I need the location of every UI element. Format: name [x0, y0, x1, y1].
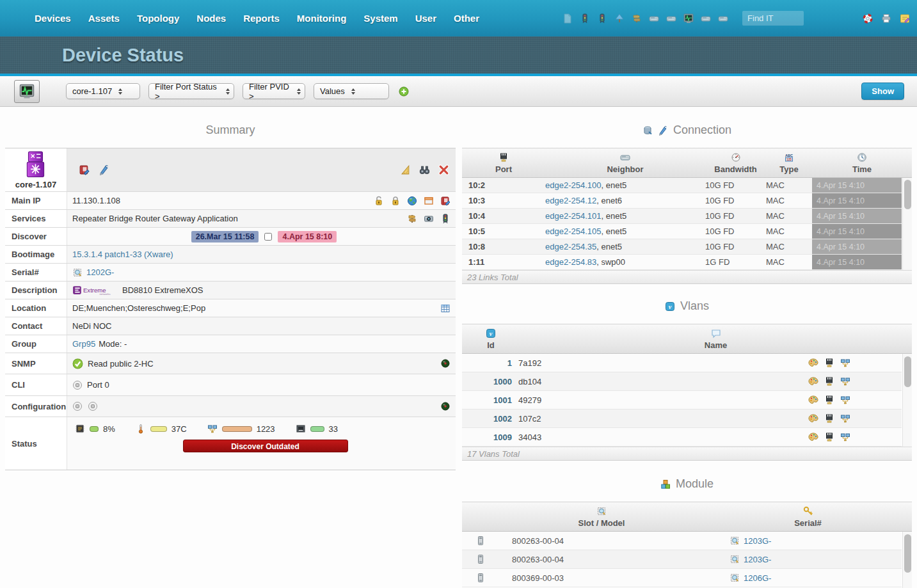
- device-notes-icon[interactable]: [79, 164, 90, 175]
- findit-input[interactable]: [742, 11, 804, 26]
- serial-link[interactable]: 1202G-: [86, 267, 114, 277]
- edit-connections-icon[interactable]: [658, 125, 668, 136]
- database-icon[interactable]: [642, 125, 653, 136]
- group-link[interactable]: Grp95: [72, 339, 95, 349]
- monitor-icon[interactable]: [683, 13, 694, 24]
- signpost-icon[interactable]: [632, 13, 642, 24]
- nav-item-assets[interactable]: Assets: [88, 13, 120, 24]
- nav-item-user[interactable]: User: [415, 13, 436, 24]
- printer-icon[interactable]: [881, 13, 891, 24]
- connection-row: 1:11edge2-254.83, swp001G FDMAC4.Apr 15 …: [462, 255, 902, 270]
- find-icon[interactable]: [419, 164, 430, 175]
- serial-column-header[interactable]: Serial#: [704, 502, 912, 531]
- neighbor-link[interactable]: edge2-254.83: [545, 257, 596, 267]
- nav-item-monitoring[interactable]: Monitoring: [297, 13, 346, 24]
- vlan-id-column-header[interactable]: vId: [462, 324, 520, 353]
- globe-icon[interactable]: [407, 196, 417, 206]
- nav-item-system[interactable]: System: [363, 13, 397, 24]
- discover-checkbox[interactable]: [264, 233, 272, 241]
- palette-icon[interactable]: [808, 395, 818, 405]
- module-serial-link[interactable]: 1203G-: [744, 536, 771, 546]
- nav-item-reports[interactable]: Reports: [243, 13, 280, 24]
- inventory-icon: [596, 506, 607, 516]
- time-column-header[interactable]: Time: [812, 148, 912, 177]
- switch-icon[interactable]: [666, 13, 676, 24]
- snmp-status-led[interactable]: [440, 358, 451, 369]
- ip-tools-icon[interactable]: [440, 196, 451, 206]
- bandwidth-column-header[interactable]: Bandwidth: [705, 148, 766, 177]
- floorplan-icon[interactable]: [440, 303, 451, 314]
- switch-icon[interactable]: [701, 13, 711, 24]
- config-status-led[interactable]: [440, 401, 451, 411]
- vlan-name-column-header[interactable]: Name: [520, 324, 912, 353]
- ethport-icon[interactable]: [824, 376, 834, 386]
- palette-icon[interactable]: [808, 358, 818, 368]
- nodes-icon[interactable]: [840, 376, 850, 386]
- module-serial-link[interactable]: 1206G-: [744, 573, 771, 583]
- type-column-header[interactable]: ABC123Type: [766, 148, 812, 177]
- config-button2-icon[interactable]: [88, 401, 98, 411]
- neighbor-link[interactable]: edge2-254.101: [545, 211, 601, 221]
- vlans-scroll-thumb[interactable]: [904, 356, 911, 387]
- stoplight-icon[interactable]: [580, 13, 590, 24]
- nav-item-topology[interactable]: Topology: [137, 13, 179, 24]
- nodes-icon[interactable]: [840, 395, 850, 405]
- switch-icon[interactable]: [718, 13, 728, 24]
- tree-icon[interactable]: [614, 13, 625, 24]
- edit-device-icon[interactable]: [99, 164, 109, 175]
- pvid-filter-select[interactable]: Filter PVID >: [243, 83, 305, 99]
- port-cell: 10:4: [462, 211, 545, 221]
- routes-icon[interactable]: [407, 214, 417, 224]
- page-icon[interactable]: [562, 13, 573, 24]
- nav-item-nodes[interactable]: Nodes: [196, 13, 226, 24]
- palette-icon[interactable]: [808, 376, 818, 386]
- switch-icon[interactable]: [649, 13, 659, 24]
- palette-icon[interactable]: [808, 413, 818, 424]
- neighbor-link[interactable]: edge2-254.35: [545, 242, 596, 251]
- show-button[interactable]: Show: [861, 83, 904, 100]
- nav-item-devices[interactable]: Devices: [35, 13, 71, 24]
- snapshot-icon[interactable]: [424, 214, 434, 224]
- status-light-icon[interactable]: [440, 214, 451, 224]
- discover-outdated-button[interactable]: Discover Outdated: [183, 440, 348, 452]
- connection-scroll-thumb[interactable]: [904, 180, 911, 209]
- port-column-header[interactable]: Port: [462, 148, 545, 177]
- module-serial-link[interactable]: 1203G-: [744, 555, 771, 564]
- web-console-icon[interactable]: [424, 196, 434, 206]
- module-scroll-thumb[interactable]: [904, 534, 911, 573]
- neighbor-link[interactable]: edge2-254.100: [545, 180, 601, 190]
- nav-item-other[interactable]: Other: [454, 13, 479, 24]
- device-graph-button[interactable]: [14, 80, 40, 103]
- map-icon[interactable]: [400, 164, 411, 175]
- stoplight-icon[interactable]: [597, 13, 607, 24]
- neighbor-column-header[interactable]: Neighbor: [545, 148, 705, 177]
- slot-model-column-header[interactable]: Slot / Model: [499, 502, 704, 531]
- nodes-icon[interactable]: [840, 358, 850, 368]
- neighbor-link[interactable]: edge2-254.105: [545, 226, 601, 236]
- vlan-name-cell: 7a192: [512, 358, 541, 368]
- values-select[interactable]: Values: [314, 83, 389, 99]
- ethport-icon[interactable]: [824, 432, 834, 442]
- palette-icon[interactable]: [808, 432, 818, 442]
- neighbor-link[interactable]: edge2-254.12: [545, 196, 596, 205]
- port-status-filter-select[interactable]: Filter Port Status >: [148, 83, 234, 99]
- ethport-icon[interactable]: [824, 358, 834, 368]
- help-icon[interactable]: [863, 13, 873, 24]
- nodes-icon[interactable]: [840, 432, 850, 442]
- ethport-icon[interactable]: [824, 395, 834, 405]
- bootimage-link[interactable]: 15.3.1.4 patch1-33 (Xware): [72, 250, 173, 259]
- nodes-icon[interactable]: [840, 413, 850, 424]
- delete-device-icon[interactable]: [438, 164, 449, 175]
- module-header: Slot / Model Serial#: [462, 502, 912, 532]
- connection-row: 10:5edge2-254.105, enet510G FDMAC4.Apr 1…: [462, 224, 902, 239]
- device-select[interactable]: core-1.107: [66, 83, 140, 99]
- lock-icon[interactable]: [390, 196, 401, 206]
- cli-button-icon[interactable]: [72, 380, 83, 390]
- add-filter-icon[interactable]: [399, 86, 409, 97]
- snmp-row: SNMP Read public 2-HC: [5, 353, 456, 374]
- config-button-icon[interactable]: [72, 401, 83, 411]
- core-device-icon[interactable]: [26, 151, 46, 178]
- ethport-icon[interactable]: [824, 413, 834, 424]
- unlock-icon[interactable]: [374, 196, 384, 206]
- note-icon[interactable]: [900, 13, 910, 24]
